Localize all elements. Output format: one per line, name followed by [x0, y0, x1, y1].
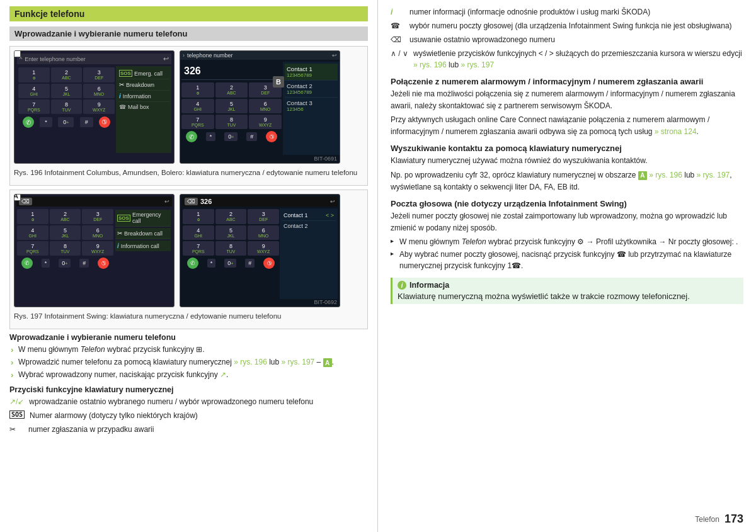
a97-key-2[interactable]: 2ABC	[50, 209, 81, 224]
b97-key-1[interactable]: 1ᴏ	[183, 209, 214, 224]
b-key-6[interactable]: 6MNO	[249, 99, 282, 113]
b97-key-4[interactable]: 4GHI	[183, 225, 214, 240]
a97-key-hash[interactable]: #	[79, 259, 89, 268]
b-key-5[interactable]: 5JKL	[215, 99, 248, 113]
a97-key-3[interactable]: 3DEF	[82, 209, 113, 224]
call-btn-green[interactable]: ✆	[23, 116, 34, 128]
a97-key-6[interactable]: 6MNO	[82, 225, 113, 240]
b97-del-btn[interactable]: ⌫	[185, 198, 198, 205]
bit-label-197: BIT-0692	[314, 299, 337, 305]
caret-up-b: ›	[183, 52, 185, 59]
footer-label: Telefon	[695, 515, 719, 524]
input-placeholder[interactable]: Enter telephone number	[25, 56, 161, 62]
contact-1-item[interactable]: Contact 1 123456789	[285, 64, 338, 81]
contact-2-item[interactable]: Contact 2 123456789	[285, 81, 338, 98]
b-call-red[interactable]: ✆	[263, 128, 279, 144]
b97-key-hash[interactable]: #	[245, 259, 255, 268]
menu-breakdown[interactable]: ✂ Breakdown	[118, 79, 169, 91]
b97-key-6[interactable]: 6MNO	[248, 225, 279, 240]
badge-b-196: B	[273, 76, 284, 88]
key-star[interactable]: *	[40, 117, 52, 127]
body-item-1: W menu głównym Telefon wybrać przycisk f…	[9, 344, 368, 355]
b97-call-green[interactable]: ✆	[187, 258, 198, 269]
menu-emerg[interactable]: SOS Emerg. call	[118, 68, 169, 79]
b97-contact-1[interactable]: Contact 1 < >	[282, 210, 336, 221]
a97-key-star[interactable]: *	[42, 259, 50, 268]
key-1[interactable]: 1ᴏ	[18, 67, 50, 82]
menu-info[interactable]: i Information	[118, 91, 169, 102]
b97-contact-2[interactable]: Contact 2	[282, 221, 336, 231]
b-key-7[interactable]: 7PQRS	[181, 115, 214, 129]
b97-key-9[interactable]: 9WXYZ	[248, 241, 279, 256]
b97-nav-arrows[interactable]: < >	[326, 212, 334, 218]
a97-key-7[interactable]: 7PQRS	[17, 241, 49, 256]
b-key-star[interactable]: *	[206, 132, 216, 141]
badge-a-197: A	[14, 194, 21, 201]
a97-emerg-call[interactable]: SOS Emergency call	[115, 210, 171, 227]
section-header-main: Funkcje telefonu	[9, 6, 368, 21]
key-0[interactable]: 0+	[58, 117, 74, 127]
key-9[interactable]: 9WXYZ	[83, 99, 115, 114]
key-7[interactable]: 7PQRS	[18, 99, 50, 114]
a97-call-red[interactable]: ✆	[95, 255, 111, 271]
a97-key-5[interactable]: 5JKL	[50, 225, 81, 240]
key-8[interactable]: 8TUV	[51, 99, 83, 114]
b97-key-star[interactable]: *	[207, 259, 216, 268]
key-2[interactable]: 2ABC	[51, 67, 83, 82]
b-key-9[interactable]: 9WXYZ	[249, 115, 282, 129]
b-key-2[interactable]: 2ABC	[215, 82, 248, 98]
b97-key-3[interactable]: 3DEF	[248, 209, 279, 224]
wrench-sym-icon: ✂	[9, 424, 23, 435]
a97-key-1[interactable]: 1ᴏ	[17, 209, 49, 224]
icons-list-section: i numer informacji (informacje odnośnie …	[391, 6, 743, 71]
b-key-0[interactable]: 0+	[224, 132, 238, 141]
b97-call-red[interactable]: ✆	[261, 255, 277, 271]
a97-info-icon: i	[117, 242, 119, 249]
b97-contact-1-name: Contact 1	[284, 212, 308, 218]
a97-key-0[interactable]: 0+	[59, 259, 71, 268]
bit-label-196: BIT-0691	[314, 156, 337, 162]
b97-key-7[interactable]: 7PQRS	[183, 241, 214, 256]
call-btn-red[interactable]: ✆	[97, 114, 113, 130]
contact-3-item[interactable]: Contact 3 123456	[285, 98, 338, 114]
rc-icon-backspace: ⌫ usuwanie ostatnio wprowadzonego numeru	[391, 34, 743, 45]
func-key-phone-text: wprowadzanie ostatnio wybranego numeru /…	[29, 396, 313, 407]
search-section: Wyszukiwanie kontaktu za pomocą klawiatu…	[391, 144, 743, 193]
key-4[interactable]: 4GHI	[18, 84, 50, 98]
a97-breakdown-call[interactable]: ✂ Breakdown call	[115, 228, 171, 239]
b-call-green[interactable]: ✆	[186, 131, 197, 142]
b-key-1[interactable]: 1ᴏ	[181, 82, 214, 98]
b97-key-2[interactable]: 2ABC	[215, 209, 247, 224]
a97-call-green[interactable]: ✆	[21, 258, 33, 269]
rc-icon-voicemail: ☎ wybór numeru poczty głosowej (dla urzą…	[391, 20, 743, 31]
key-3[interactable]: 3DEF	[83, 67, 115, 82]
body-list-1: W menu głównym Telefon wybrać przycisk f…	[9, 344, 368, 380]
b-key-8[interactable]: 8TUV	[215, 115, 248, 129]
a97-key-4[interactable]: 4GHI	[17, 225, 49, 240]
b97-key-0[interactable]: 0+	[224, 259, 236, 268]
caption-196: Rys. 196 Infotainment Columbus, Amundsen…	[14, 167, 364, 178]
del-btn[interactable]: ⌫	[19, 198, 32, 205]
alarm-title: Połączenie z numerem alarmowym / informa…	[391, 77, 743, 86]
entered-number: 326	[181, 63, 282, 80]
a97-key-9[interactable]: 9WXYZ	[82, 241, 113, 256]
a97-info-call[interactable]: i Information call	[115, 241, 171, 251]
menu-mailbox[interactable]: ☎ Mail box	[118, 102, 169, 112]
b-key-hash[interactable]: #	[246, 132, 257, 141]
b-key-4[interactable]: 4GHI	[181, 99, 214, 113]
b97-key-5[interactable]: 5JKL	[215, 225, 247, 240]
key-hash[interactable]: #	[80, 117, 93, 127]
a97-breakdown-label: Breakdown call	[124, 230, 163, 237]
b97-key-8[interactable]: 8TUV	[215, 241, 247, 256]
contact-1-name: Contact 1	[287, 65, 336, 72]
section-header-sub: Wprowadzanie i wybieranie numeru telefon…	[9, 26, 368, 41]
key-5[interactable]: 5JKL	[51, 84, 83, 98]
key-6[interactable]: 6MNO	[83, 84, 115, 98]
body-section-1: Wprowadzanie i wybieranie numeru telefon…	[9, 333, 368, 380]
info-box: i Informacja Klawiaturę numeryczną można…	[391, 278, 743, 304]
alarm-text-2: Przy aktywnych usługach online Care Conn…	[391, 114, 743, 137]
page-footer: Telefon 173	[695, 512, 743, 526]
func-key-sos-text: Numer alarmowy (dotyczy tylko niektórych…	[30, 410, 198, 421]
a97-key-8[interactable]: 8TUV	[50, 241, 81, 256]
badge-a: A	[14, 50, 21, 57]
